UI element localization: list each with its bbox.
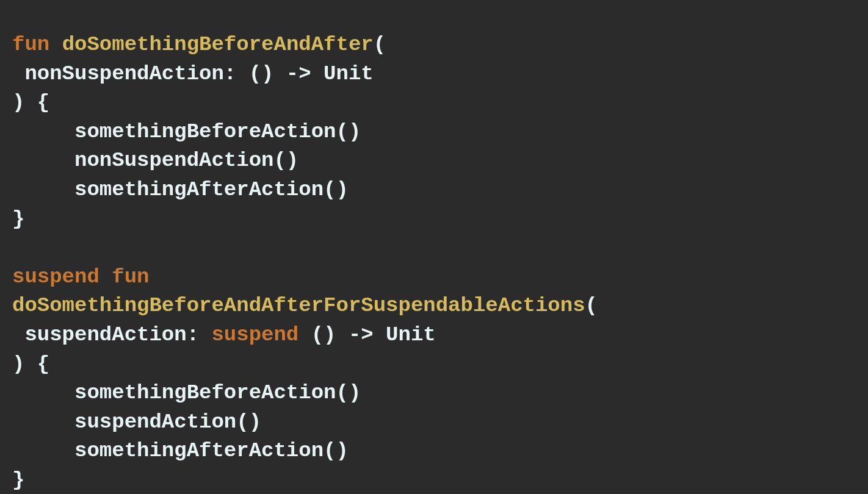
- code-token: doSomethingBeforeAndAfter: [62, 33, 374, 56]
- code-token: [49, 33, 62, 56]
- code-token: doSomethingBeforeAndAfterForSuspendableA…: [12, 294, 585, 317]
- code-token: fun: [12, 33, 49, 56]
- code-block: fun doSomethingBeforeAndAfter( nonSuspen…: [0, 0, 868, 494]
- code-token: suspend: [12, 265, 99, 288]
- code-token: () -> Unit ) { somethingBeforeAction() s…: [12, 323, 436, 492]
- code-token: ( nonSuspendAction: () -> Unit ) { somet…: [12, 33, 386, 231]
- code-token: suspend: [211, 323, 298, 346]
- code-token: fun: [112, 265, 149, 288]
- code-token: [99, 265, 112, 288]
